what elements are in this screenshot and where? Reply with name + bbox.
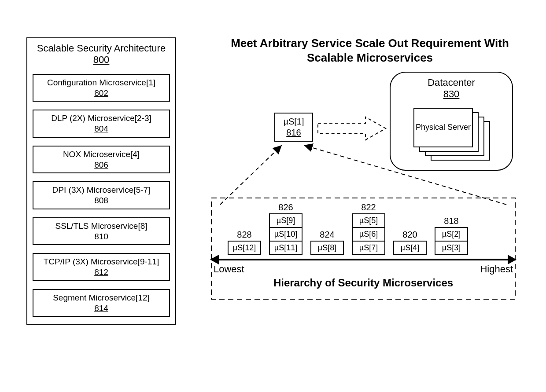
cell: µS[3] xyxy=(435,241,468,255)
datacenter-ref: 830 xyxy=(391,88,512,100)
microservice-1-box: µS[1] 816 xyxy=(274,113,313,142)
diagram-canvas: Scalable Security Architecture 800 Confi… xyxy=(0,0,546,392)
ms-item-segment: Segment Microservice[12] 814 xyxy=(33,289,170,317)
ms-ref: 812 xyxy=(35,267,167,278)
cell: µS[8] xyxy=(310,241,344,255)
hier-col-818: 818 µS[2] µS[3] xyxy=(435,216,468,255)
hier-col-824: 824 µS[8] xyxy=(310,230,344,255)
ms-ref: 810 xyxy=(35,231,167,242)
hier-col-826: 826 µS[9] µS[10] µS[11] xyxy=(269,202,303,255)
server-label: Physical Server xyxy=(416,123,471,132)
right-heading: Meet Arbitrary Service Scale Out Require… xyxy=(211,36,528,65)
col-ref: 822 xyxy=(352,202,385,212)
ms-item-dpi: DPI (3X) Microservice[5-7] 808 xyxy=(33,181,170,209)
ms-label: SSL/TLS Microservice[8] xyxy=(55,221,147,231)
hierarchy-axis-icon xyxy=(217,259,509,260)
ms-ref: 814 xyxy=(35,303,167,314)
deploy-arrow-icon xyxy=(317,115,387,142)
ms-ref: 802 xyxy=(35,88,167,99)
ms-ref: 804 xyxy=(35,124,167,134)
axis-label-highest: Highest xyxy=(480,264,513,275)
ms-label: Configuration Microservice[1] xyxy=(47,78,155,87)
ms-item-nox: NOX Microservice[4] 806 xyxy=(33,146,170,174)
ms-item-ssl: SSL/TLS Microservice[8] 810 xyxy=(33,217,170,245)
hierarchy-container: 828 µS[12] 826 µS[9] µS[10] µS[11] 824 µ… xyxy=(209,141,517,308)
col-ref: 828 xyxy=(228,230,261,240)
ms-label: NOX Microservice[4] xyxy=(63,150,140,159)
datacenter-title-text: Datacenter xyxy=(428,77,475,88)
col-ref: 824 xyxy=(310,230,344,240)
cell: µS[9] xyxy=(269,213,303,228)
ms-label: DLP (2X) Microservice[2-3] xyxy=(51,114,151,123)
ms-label: Segment Microservice[12] xyxy=(53,293,150,302)
arch-ref: 800 xyxy=(33,54,170,66)
arch-title-text: Scalable Security Architecture xyxy=(37,43,166,54)
ms-ref: 808 xyxy=(35,195,167,206)
cell: µS[7] xyxy=(352,241,385,255)
cell: µS[2] xyxy=(435,227,468,242)
cell: µS[10] xyxy=(269,227,303,242)
cell: µS[5] xyxy=(352,213,385,228)
ms-label: DPI (3X) Microservice[5-7] xyxy=(52,185,151,194)
hier-col-828: 828 µS[12] xyxy=(228,230,261,255)
ms-item-config: Configuration Microservice[1] 802 xyxy=(33,74,170,102)
axis-label-lowest: Lowest xyxy=(214,264,244,275)
cell: µS[12] xyxy=(228,241,261,255)
col-ref: 820 xyxy=(393,230,427,240)
hier-col-822: 822 µS[5] µS[6] µS[7] xyxy=(352,202,385,255)
col-ref: 818 xyxy=(435,216,468,226)
us1-label: µS[1] xyxy=(283,117,304,126)
ms-ref: 806 xyxy=(35,160,167,170)
ms-label: TCP/IP (3X) Microservice[9-11] xyxy=(44,257,159,266)
hierarchy-caption: Hierarchy of Security Microservices xyxy=(209,277,517,289)
cell: µS[6] xyxy=(352,227,385,242)
us1-ref: 816 xyxy=(276,127,311,138)
arch-title: Scalable Security Architecture 800 xyxy=(33,43,170,66)
cell: µS[11] xyxy=(269,241,303,255)
col-ref: 826 xyxy=(269,202,303,212)
hier-col-820: 820 µS[4] xyxy=(393,230,427,255)
ms-item-tcpip: TCP/IP (3X) Microservice[9-11] 812 xyxy=(33,253,170,281)
cell: µS[4] xyxy=(393,241,427,255)
ms-item-dlp: DLP (2X) Microservice[2-3] 804 xyxy=(33,110,170,138)
scalable-security-architecture-panel: Scalable Security Architecture 800 Confi… xyxy=(26,37,176,325)
datacenter-title: Datacenter 830 xyxy=(391,77,512,100)
